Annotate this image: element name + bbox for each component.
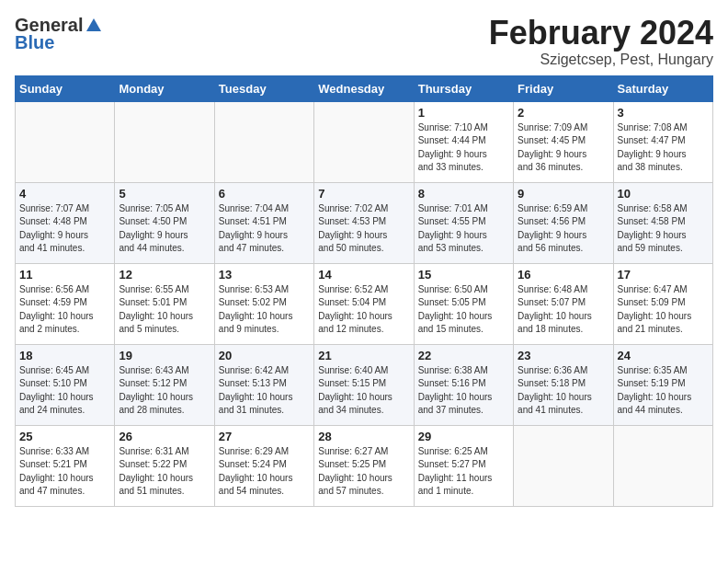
weekday-header-row: SundayMondayTuesdayWednesdayThursdayFrid… bbox=[16, 75, 713, 101]
day-info: Sunrise: 7:07 AM Sunset: 4:48 PM Dayligh… bbox=[19, 202, 110, 256]
calendar-cell: 6Sunrise: 7:04 AM Sunset: 4:51 PM Daylig… bbox=[214, 182, 313, 263]
calendar-cell bbox=[314, 101, 414, 182]
calendar-cell: 3Sunrise: 7:08 AM Sunset: 4:47 PM Daylig… bbox=[613, 101, 712, 182]
day-info: Sunrise: 6:45 AM Sunset: 5:10 PM Dayligh… bbox=[19, 364, 110, 418]
calendar-cell: 28Sunrise: 6:27 AM Sunset: 5:25 PM Dayli… bbox=[314, 425, 414, 506]
weekday-header-wednesday: Wednesday bbox=[314, 75, 414, 101]
day-info: Sunrise: 6:27 AM Sunset: 5:25 PM Dayligh… bbox=[318, 445, 409, 499]
location-subtitle: Szigetcsep, Pest, Hungary bbox=[489, 52, 713, 68]
day-number: 16 bbox=[518, 268, 609, 282]
day-info: Sunrise: 6:35 AM Sunset: 5:19 PM Dayligh… bbox=[618, 364, 709, 418]
calendar-cell: 16Sunrise: 6:48 AM Sunset: 5:07 PM Dayli… bbox=[514, 263, 613, 344]
day-info: Sunrise: 7:10 AM Sunset: 4:44 PM Dayligh… bbox=[418, 121, 509, 175]
day-number: 10 bbox=[618, 187, 709, 201]
day-info: Sunrise: 6:58 AM Sunset: 4:58 PM Dayligh… bbox=[618, 202, 709, 256]
day-info: Sunrise: 7:02 AM Sunset: 4:53 PM Dayligh… bbox=[318, 202, 409, 256]
day-number: 23 bbox=[518, 349, 609, 362]
calendar-cell: 7Sunrise: 7:02 AM Sunset: 4:53 PM Daylig… bbox=[314, 182, 414, 263]
day-number: 17 bbox=[618, 268, 709, 282]
day-info: Sunrise: 6:48 AM Sunset: 5:07 PM Dayligh… bbox=[518, 283, 609, 337]
calendar-cell bbox=[16, 101, 115, 182]
calendar-cell: 26Sunrise: 6:31 AM Sunset: 5:22 PM Dayli… bbox=[115, 425, 214, 506]
calendar-cell: 29Sunrise: 6:25 AM Sunset: 5:27 PM Dayli… bbox=[414, 425, 513, 506]
day-number: 26 bbox=[119, 430, 210, 443]
calendar-cell: 24Sunrise: 6:35 AM Sunset: 5:19 PM Dayli… bbox=[613, 344, 712, 425]
calendar-cell: 19Sunrise: 6:43 AM Sunset: 5:12 PM Dayli… bbox=[115, 344, 214, 425]
calendar-cell: 4Sunrise: 7:07 AM Sunset: 4:48 PM Daylig… bbox=[16, 182, 115, 263]
day-info: Sunrise: 6:38 AM Sunset: 5:16 PM Dayligh… bbox=[418, 364, 509, 418]
calendar-cell: 20Sunrise: 6:42 AM Sunset: 5:13 PM Dayli… bbox=[214, 344, 313, 425]
day-number: 25 bbox=[19, 430, 110, 443]
calendar-week-row: 4Sunrise: 7:07 AM Sunset: 4:48 PM Daylig… bbox=[16, 182, 713, 263]
day-number: 15 bbox=[418, 268, 509, 282]
day-number: 7 bbox=[318, 187, 409, 201]
weekday-header-sunday: Sunday bbox=[16, 75, 115, 101]
day-number: 2 bbox=[518, 106, 609, 120]
month-title: February 2024 bbox=[489, 15, 713, 52]
calendar-cell: 21Sunrise: 6:40 AM Sunset: 5:15 PM Dayli… bbox=[314, 344, 414, 425]
day-number: 18 bbox=[19, 349, 110, 362]
calendar-cell: 11Sunrise: 6:56 AM Sunset: 4:59 PM Dayli… bbox=[16, 263, 115, 344]
logo-blue-text: Blue bbox=[15, 32, 54, 53]
day-info: Sunrise: 7:05 AM Sunset: 4:50 PM Dayligh… bbox=[119, 202, 210, 256]
day-info: Sunrise: 6:29 AM Sunset: 5:24 PM Dayligh… bbox=[219, 445, 310, 499]
day-number: 21 bbox=[318, 349, 409, 362]
calendar-week-row: 11Sunrise: 6:56 AM Sunset: 4:59 PM Dayli… bbox=[16, 263, 713, 344]
calendar-cell: 12Sunrise: 6:55 AM Sunset: 5:01 PM Dayli… bbox=[115, 263, 214, 344]
day-number: 8 bbox=[418, 187, 509, 201]
calendar-cell bbox=[613, 425, 712, 506]
calendar-cell: 18Sunrise: 6:45 AM Sunset: 5:10 PM Dayli… bbox=[16, 344, 115, 425]
day-number: 13 bbox=[219, 268, 310, 282]
day-number: 28 bbox=[318, 430, 409, 443]
svg-marker-0 bbox=[86, 18, 101, 31]
day-number: 27 bbox=[219, 430, 310, 443]
day-number: 22 bbox=[418, 349, 509, 362]
day-number: 3 bbox=[618, 106, 709, 120]
day-info: Sunrise: 6:33 AM Sunset: 5:21 PM Dayligh… bbox=[19, 445, 110, 499]
calendar-cell: 25Sunrise: 6:33 AM Sunset: 5:21 PM Dayli… bbox=[16, 425, 115, 506]
day-number: 12 bbox=[119, 268, 210, 282]
day-number: 29 bbox=[418, 430, 509, 443]
calendar-cell: 5Sunrise: 7:05 AM Sunset: 4:50 PM Daylig… bbox=[115, 182, 214, 263]
calendar-table: SundayMondayTuesdayWednesdayThursdayFrid… bbox=[15, 75, 713, 507]
calendar-cell bbox=[115, 101, 214, 182]
day-info: Sunrise: 6:40 AM Sunset: 5:15 PM Dayligh… bbox=[318, 364, 409, 418]
title-area: February 2024 Szigetcsep, Pest, Hungary bbox=[489, 15, 713, 68]
calendar-cell: 23Sunrise: 6:36 AM Sunset: 5:18 PM Dayli… bbox=[514, 344, 613, 425]
calendar-cell: 17Sunrise: 6:47 AM Sunset: 5:09 PM Dayli… bbox=[613, 263, 712, 344]
calendar-cell: 27Sunrise: 6:29 AM Sunset: 5:24 PM Dayli… bbox=[214, 425, 313, 506]
calendar-cell: 2Sunrise: 7:09 AM Sunset: 4:45 PM Daylig… bbox=[514, 101, 613, 182]
day-info: Sunrise: 7:01 AM Sunset: 4:55 PM Dayligh… bbox=[418, 202, 509, 256]
calendar-cell bbox=[214, 101, 313, 182]
day-info: Sunrise: 7:09 AM Sunset: 4:45 PM Dayligh… bbox=[518, 121, 609, 175]
calendar-cell: 22Sunrise: 6:38 AM Sunset: 5:16 PM Dayli… bbox=[414, 344, 513, 425]
logo-icon bbox=[85, 17, 103, 35]
calendar-week-row: 18Sunrise: 6:45 AM Sunset: 5:10 PM Dayli… bbox=[16, 344, 713, 425]
day-info: Sunrise: 6:59 AM Sunset: 4:56 PM Dayligh… bbox=[518, 202, 609, 256]
day-info: Sunrise: 6:31 AM Sunset: 5:22 PM Dayligh… bbox=[119, 445, 210, 499]
day-info: Sunrise: 7:08 AM Sunset: 4:47 PM Dayligh… bbox=[618, 121, 709, 175]
day-number: 5 bbox=[119, 187, 210, 201]
day-info: Sunrise: 6:53 AM Sunset: 5:02 PM Dayligh… bbox=[219, 283, 310, 337]
calendar-cell: 8Sunrise: 7:01 AM Sunset: 4:55 PM Daylig… bbox=[414, 182, 513, 263]
day-info: Sunrise: 6:56 AM Sunset: 4:59 PM Dayligh… bbox=[19, 283, 110, 337]
day-info: Sunrise: 6:25 AM Sunset: 5:27 PM Dayligh… bbox=[418, 445, 509, 499]
day-number: 1 bbox=[418, 106, 509, 120]
calendar-cell: 1Sunrise: 7:10 AM Sunset: 4:44 PM Daylig… bbox=[414, 101, 513, 182]
day-info: Sunrise: 6:52 AM Sunset: 5:04 PM Dayligh… bbox=[318, 283, 409, 337]
calendar-cell: 10Sunrise: 6:58 AM Sunset: 4:58 PM Dayli… bbox=[613, 182, 712, 263]
day-number: 4 bbox=[19, 187, 110, 201]
weekday-header-thursday: Thursday bbox=[414, 75, 513, 101]
logo: General Blue bbox=[15, 15, 103, 53]
calendar-cell: 9Sunrise: 6:59 AM Sunset: 4:56 PM Daylig… bbox=[514, 182, 613, 263]
weekday-header-friday: Friday bbox=[514, 75, 613, 101]
calendar-cell bbox=[514, 425, 613, 506]
calendar-cell: 13Sunrise: 6:53 AM Sunset: 5:02 PM Dayli… bbox=[214, 263, 313, 344]
day-info: Sunrise: 6:43 AM Sunset: 5:12 PM Dayligh… bbox=[119, 364, 210, 418]
day-number: 11 bbox=[19, 268, 110, 282]
weekday-header-saturday: Saturday bbox=[613, 75, 712, 101]
day-info: Sunrise: 6:55 AM Sunset: 5:01 PM Dayligh… bbox=[119, 283, 210, 337]
day-info: Sunrise: 6:42 AM Sunset: 5:13 PM Dayligh… bbox=[219, 364, 310, 418]
day-number: 20 bbox=[219, 349, 310, 362]
calendar-cell: 15Sunrise: 6:50 AM Sunset: 5:05 PM Dayli… bbox=[414, 263, 513, 344]
